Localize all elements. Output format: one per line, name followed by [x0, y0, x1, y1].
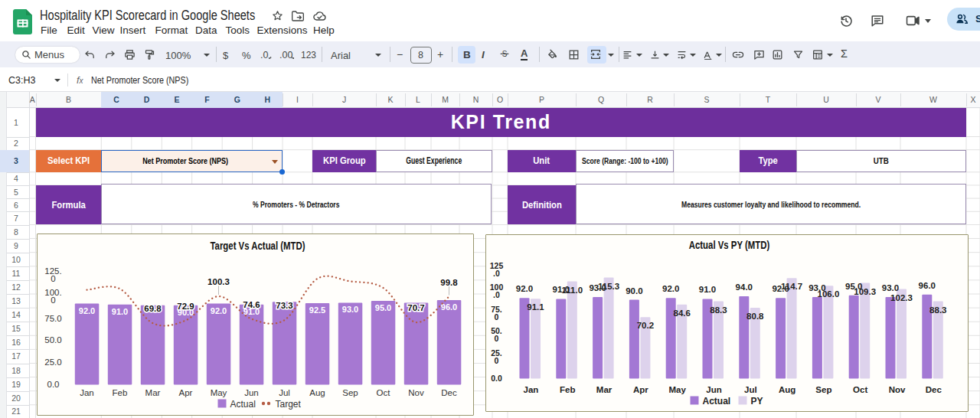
svg-text:Dec: Dec [441, 388, 457, 397]
svg-text:Aug: Aug [778, 385, 795, 394]
svg-text:Nov: Nov [408, 388, 424, 397]
svg-text:0: 0 [494, 356, 498, 365]
svg-text:91.0: 91.0 [698, 285, 715, 294]
svg-text:.0: .0 [493, 290, 500, 299]
svg-text:96.0: 96.0 [440, 302, 456, 311]
svg-text:96.0: 96.0 [918, 281, 935, 290]
svg-text:99.8: 99.8 [440, 277, 458, 286]
svg-text:Target Vs Actual (MTD): Target Vs Actual (MTD) [210, 238, 305, 251]
svg-text:88.3: 88.3 [710, 305, 727, 315]
svg-text:0: 0 [494, 312, 498, 322]
svg-text:100.3: 100.3 [207, 277, 230, 286]
svg-text:Actual: Actual [702, 396, 730, 407]
svg-text:91.1: 91.1 [527, 302, 544, 312]
svg-text:Mar: Mar [145, 388, 160, 397]
svg-text:84.6: 84.6 [673, 309, 690, 318]
svg-text:Oct: Oct [853, 385, 867, 394]
svg-text:Jul: Jul [743, 385, 756, 394]
svg-text:106.0: 106.0 [817, 289, 839, 299]
svg-text:May: May [210, 388, 227, 397]
svg-text:70.7: 70.7 [407, 303, 424, 312]
svg-text:Sep: Sep [815, 385, 831, 394]
svg-text:92.0: 92.0 [78, 305, 94, 315]
svg-text:92.5: 92.5 [309, 305, 325, 314]
svg-text:Target: Target [275, 398, 301, 409]
svg-text:Mar: Mar [596, 385, 612, 394]
svg-text:.0: .0 [493, 269, 500, 278]
svg-text:0: 0 [51, 296, 55, 305]
svg-text:Aug: Aug [309, 388, 325, 397]
svg-text:Feb: Feb [560, 385, 575, 394]
svg-text:75.0: 75.0 [44, 313, 61, 322]
svg-text:90.0: 90.0 [626, 286, 642, 296]
svg-text:50.0: 50.0 [44, 335, 61, 345]
svg-text:Dec: Dec [925, 385, 942, 394]
svg-text:93.0: 93.0 [341, 305, 358, 314]
svg-text:25.0: 25.0 [44, 358, 61, 367]
svg-text:Jun: Jun [706, 385, 721, 394]
svg-text:102.3: 102.3 [890, 293, 913, 302]
svg-text:0: 0 [51, 273, 55, 282]
svg-text:111.0: 111.0 [561, 286, 583, 295]
svg-text:Oct: Oct [376, 388, 390, 397]
svg-text:Nov: Nov [888, 385, 905, 394]
svg-text:May: May [668, 385, 686, 394]
svg-text:Sep: Sep [342, 388, 358, 397]
svg-text:Apr: Apr [178, 388, 192, 397]
svg-text:69.8: 69.8 [144, 304, 162, 313]
svg-text:Jul: Jul [279, 388, 290, 397]
svg-text:72.9: 72.9 [177, 301, 194, 310]
svg-text:88.3: 88.3 [929, 305, 946, 315]
svg-text:0.0: 0.0 [491, 374, 502, 383]
svg-text:70.2: 70.2 [636, 321, 653, 330]
svg-text:80.8: 80.8 [746, 312, 764, 321]
svg-text:114.7: 114.7 [781, 282, 802, 291]
svg-text:74.6: 74.6 [243, 299, 260, 309]
svg-text:Jun: Jun [244, 388, 259, 397]
svg-text:92.0: 92.0 [662, 284, 679, 293]
svg-text:Jan: Jan [523, 385, 538, 394]
svg-text:Actual: Actual [230, 398, 255, 409]
svg-text:Jan: Jan [80, 388, 94, 397]
svg-text:94.0: 94.0 [735, 282, 752, 292]
svg-text:91.0: 91.0 [111, 306, 127, 315]
svg-text:73.3: 73.3 [276, 301, 292, 310]
svg-text:92.0: 92.0 [210, 305, 226, 315]
svg-text:92.0: 92.0 [515, 284, 532, 293]
svg-text:0: 0 [494, 334, 498, 343]
svg-text:Actual Vs PY (MTD): Actual Vs PY (MTD) [688, 238, 769, 251]
svg-text:95.0: 95.0 [374, 303, 390, 312]
svg-text:Feb: Feb [112, 388, 127, 397]
svg-text:0.0: 0.0 [47, 380, 59, 389]
svg-text:93.0: 93.0 [881, 283, 898, 292]
svg-text:115.3: 115.3 [598, 282, 619, 291]
svg-text:PY: PY [750, 396, 763, 407]
svg-text:109.3: 109.3 [854, 287, 876, 296]
svg-text:Apr: Apr [632, 385, 648, 394]
